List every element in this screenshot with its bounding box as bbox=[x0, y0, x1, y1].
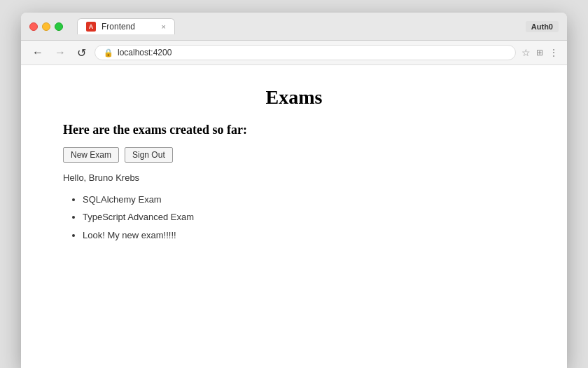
browser-tab[interactable]: A Frontend × bbox=[77, 18, 175, 34]
exam-list: SQLAlchemy ExamTypeScript Advanced ExamL… bbox=[63, 191, 525, 243]
action-buttons: New Exam Sign Out bbox=[63, 147, 525, 163]
list-item: TypeScript Advanced Exam bbox=[83, 209, 525, 225]
tab-favicon-icon: A bbox=[86, 22, 96, 32]
maximize-window-button[interactable] bbox=[55, 22, 63, 31]
browser-window: A Frontend × Auth0 ← → ↺ 🔒 localhost:420… bbox=[21, 13, 567, 368]
list-item: Look! My new exam!!!!! bbox=[83, 227, 525, 243]
extensions-icon: ⊞ bbox=[536, 48, 543, 57]
more-icon[interactable]: ⋮ bbox=[549, 47, 559, 58]
lock-icon: 🔒 bbox=[104, 48, 113, 57]
address-bar[interactable]: 🔒 localhost:4200 bbox=[94, 45, 516, 60]
tab-area: A Frontend × bbox=[77, 18, 519, 34]
page-title: Exams bbox=[63, 86, 525, 109]
new-exam-button[interactable]: New Exam bbox=[63, 147, 119, 163]
page-content: Exams Here are the exams created so far:… bbox=[21, 65, 567, 368]
refresh-button[interactable]: ↺ bbox=[74, 46, 89, 60]
minimize-window-button[interactable] bbox=[42, 22, 50, 31]
tab-close-button[interactable]: × bbox=[162, 22, 166, 31]
close-window-button[interactable] bbox=[29, 22, 38, 31]
page-subtitle: Here are the exams created so far: bbox=[63, 123, 525, 137]
address-text: localhost:4200 bbox=[118, 48, 172, 57]
traffic-lights bbox=[29, 22, 63, 31]
title-bar: A Frontend × Auth0 bbox=[21, 13, 567, 41]
forward-button[interactable]: → bbox=[52, 46, 69, 59]
auth0-badge: Auth0 bbox=[526, 21, 559, 32]
greeting-text: Hello, Bruno Krebs bbox=[63, 172, 525, 183]
nav-actions: ☆ ⊞ ⋮ bbox=[522, 47, 559, 58]
list-item: SQLAlchemy Exam bbox=[83, 191, 525, 207]
sign-out-button[interactable]: Sign Out bbox=[125, 147, 173, 163]
bookmark-icon[interactable]: ☆ bbox=[522, 47, 531, 58]
back-button[interactable]: ← bbox=[29, 46, 46, 59]
nav-bar: ← → ↺ 🔒 localhost:4200 ☆ ⊞ ⋮ bbox=[21, 41, 567, 65]
tab-title-label: Frontend bbox=[102, 22, 135, 32]
